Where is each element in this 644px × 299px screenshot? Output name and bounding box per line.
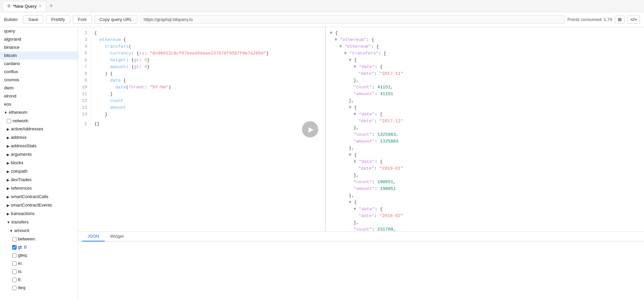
arrow-icon-transactions: ▶: [7, 211, 9, 217]
checkbox-lteq[interactable]: [12, 286, 17, 290]
sidebar-item-blocks[interactable]: ▶blocks: [0, 159, 78, 167]
sidebar-item-label-algorand: algorand: [4, 37, 21, 42]
json-line: ▼ "date": {: [330, 111, 640, 118]
line-number-2: 2: [81, 30, 87, 37]
json-line: },: [330, 219, 640, 226]
sidebar-item-label-ethereum: ethereum: [9, 110, 27, 115]
sidebar-item-coinpath[interactable]: ▶coinpath: [0, 167, 78, 176]
sidebar-item-bitcoin[interactable]: bitcoin: [0, 51, 78, 60]
url-input[interactable]: [140, 15, 565, 24]
sidebar-item-network[interactable]: network:: [0, 117, 78, 125]
sidebar-item-algorand[interactable]: algorand: [0, 35, 78, 43]
sidebar-item-lt[interactable]: lt:: [0, 276, 78, 284]
table-icon: ⊞: [618, 17, 622, 22]
tab-bar: ⚙ *New Query ✕ +: [0, 0, 644, 12]
sidebar-item-between[interactable]: between:: [0, 235, 78, 243]
sidebar-item-transfers[interactable]: ▼transfers: [0, 218, 78, 227]
sidebar-item-dexTrades[interactable]: ▶dexTrades: [0, 176, 78, 184]
toolbar: Builder Save Prettify Fork Copy query UR…: [0, 12, 644, 27]
sidebar-item-lteq[interactable]: lteq:: [0, 284, 78, 292]
arrow-icon-activeAddresses: ▶: [7, 126, 9, 133]
arrow-icon-blocks: ▶: [7, 160, 9, 167]
main-content: queryalgorandbinancebitcoincardanoconflu…: [0, 27, 644, 299]
json-line: ▼ {: [330, 152, 640, 158]
bottom-tabs: JSON Widget: [78, 232, 644, 242]
table-view-button[interactable]: ⊞: [615, 15, 625, 24]
line-number-13: 13: [81, 104, 87, 111]
checkbox-gteq[interactable]: [12, 253, 17, 258]
json-line: "date": "2017-12": [330, 118, 640, 125]
sidebar-item-conflux[interactable]: conflux: [0, 68, 78, 76]
empty-line-content: {}: [90, 121, 104, 127]
sidebar-item-arguments[interactable]: ▶arguments: [0, 150, 78, 159]
prettify-button[interactable]: Prettify: [46, 15, 70, 24]
sidebar-item-gt[interactable]: gt: 0: [0, 243, 78, 251]
line-number-3: 3: [81, 37, 87, 43]
json-line: ▼ "ethereum": {: [330, 43, 640, 50]
sidebar-item-address[interactable]: ▶address: [0, 133, 78, 142]
json-line: "date": "2018-02": [330, 213, 640, 219]
sidebar-item-label-amount: amount:: [14, 228, 30, 233]
json-line: ▼ "date": {: [330, 64, 640, 70]
sidebar-item-label-transfers: transfers: [12, 219, 29, 225]
sidebar-item-elrond[interactable]: elrond: [0, 92, 78, 100]
code-editor[interactable]: 234567891011121314 { ethereum { transfer…: [78, 27, 325, 231]
sidebar-item-is[interactable]: is:: [0, 268, 78, 276]
sidebar-item-transactions[interactable]: ▶transactions: [0, 210, 78, 218]
code-line-2: {: [94, 30, 321, 37]
json-line: "amount": 190051: [330, 186, 640, 192]
sidebar-item-smartContractEvents[interactable]: ▶smartContractEvents: [0, 201, 78, 210]
sidebar-item-addressStats[interactable]: ▶addressStats: [0, 142, 78, 150]
code-content: { ethereum { transfers( currency: {is: "…: [90, 27, 325, 121]
close-icon[interactable]: ✕: [39, 4, 42, 8]
code-line-8: ) {: [94, 70, 321, 77]
fork-button[interactable]: Fork: [73, 15, 92, 24]
sidebar: queryalgorandbinancebitcoincardanoconflu…: [0, 27, 78, 299]
json-line: },: [330, 192, 640, 199]
line-number-4: 4: [81, 43, 87, 50]
new-query-tab[interactable]: ⚙ *New Query ✕: [3, 1, 46, 11]
arrow-icon-amount: ▼: [9, 228, 13, 234]
sidebar-item-label-between: between:: [18, 236, 36, 242]
sidebar-item-cardano[interactable]: cardano: [0, 60, 78, 68]
sidebar-item-amount[interactable]: ▼amount:: [0, 227, 78, 235]
tab-widget[interactable]: Widget: [105, 232, 129, 241]
sidebar-item-diem[interactable]: diem: [0, 84, 78, 92]
sidebar-item-label-is: is:: [18, 268, 22, 275]
sidebar-item-in[interactable]: in:: [0, 259, 78, 268]
line-number-10: 10: [81, 84, 87, 91]
tab-json[interactable]: JSON: [82, 232, 105, 241]
editor-top: 234567891011121314 { ethereum { transfer…: [78, 27, 644, 231]
sidebar-item-eos[interactable]: eos: [0, 100, 78, 108]
arrow-icon-references: ▶: [7, 185, 9, 192]
checkbox-between[interactable]: [12, 237, 17, 241]
empty-line-number: 1: [78, 121, 90, 127]
sidebar-item-activeAddresses[interactable]: ▶activeAddresses: [0, 125, 78, 133]
checkbox-lt[interactable]: [12, 278, 17, 282]
code-view-button[interactable]: </>: [627, 15, 640, 24]
json-line: ▼ {: [330, 199, 640, 206]
save-button[interactable]: Save: [23, 15, 43, 24]
sidebar-item-binance[interactable]: binance: [0, 43, 78, 51]
sidebar-item-gteq[interactable]: gteq:: [0, 251, 78, 259]
sidebar-item-ethereum[interactable]: ▼ethereum: [0, 108, 78, 117]
sidebar-item-smartContractCalls[interactable]: ▶smartContractCalls: [0, 193, 78, 201]
sidebar-item-references[interactable]: ▶references: [0, 184, 78, 193]
add-tab-button[interactable]: +: [47, 2, 55, 9]
sidebar-item-label-lt: lt:: [18, 276, 21, 283]
json-line: "count": 190051,: [330, 179, 640, 186]
code-icon: </>: [630, 17, 637, 22]
checkbox-is[interactable]: [12, 270, 17, 274]
tab-title: *New Query: [13, 4, 37, 9]
sidebar-item-cosmos[interactable]: cosmos: [0, 76, 78, 84]
arrow-icon-ethereum: ▼: [4, 109, 7, 116]
run-button[interactable]: ▶: [302, 121, 318, 137]
sidebar-item-label-smartContractCalls: smartContractCalls: [11, 194, 48, 199]
copy-query-url-button[interactable]: Copy query URL: [95, 15, 137, 24]
result-panel[interactable]: ▼ {▼ "ethereum": {▼ "ethereum": {▼ "tran…: [325, 27, 644, 231]
checkbox-network[interactable]: [7, 119, 11, 123]
arrow-icon-coinpath: ▶: [7, 168, 9, 175]
checkbox-in[interactable]: [12, 261, 17, 266]
sidebar-item-query[interactable]: query: [0, 27, 78, 35]
checkbox-gt[interactable]: [12, 245, 17, 250]
